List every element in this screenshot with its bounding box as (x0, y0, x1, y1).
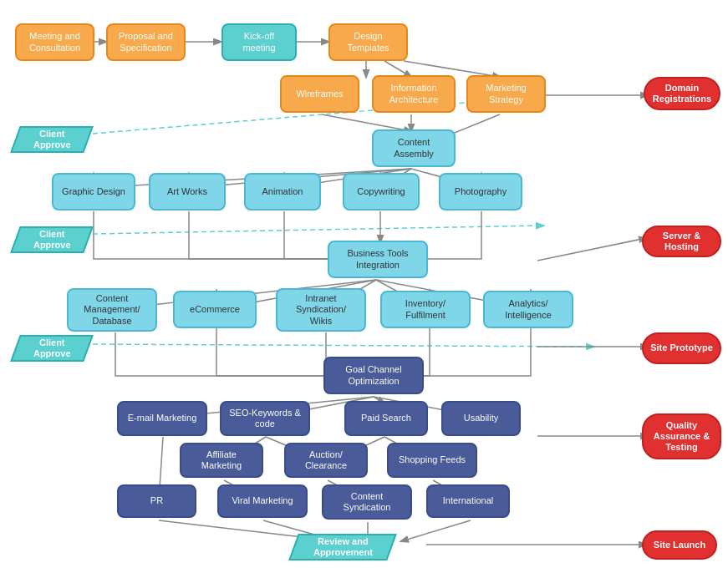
viral-marketing-node: Viral Marketing (217, 484, 308, 518)
inventory-node: Inventory/Fulfilment (380, 291, 471, 328)
analytics-node: Analytics/Intelligence (483, 291, 573, 328)
goal-channel-node: Goal ChannelOptimization (323, 357, 424, 394)
usability-node: Usability (441, 401, 521, 436)
meeting-node: Meeting andConsultation (15, 23, 94, 61)
graphic-design-node: Graphic Design (52, 173, 135, 210)
email-marketing-node: E-mail Marketing (117, 401, 207, 436)
paid-search-node: Paid Search (344, 401, 428, 436)
shopping-feeds-node: Shopping Feeds (387, 443, 477, 478)
review-node: Review andApprovement (288, 530, 397, 564)
content-assembly-node: ContentAssembly (372, 129, 456, 167)
kickoff-node: Kick-offmeeting (221, 23, 297, 61)
client-approve-1: ClientApprove (10, 123, 94, 156)
intranet-node: IntranetSyndication/Wikis (276, 288, 366, 332)
diagram: Meeting andConsultation Proposal andSpec… (0, 0, 728, 568)
wireframes-node: Wireframes (280, 75, 359, 113)
content-syndication-node: ContentSyndication (322, 484, 412, 520)
marketing-strat-node: MarketingStrategy (466, 75, 546, 113)
site-launch-node: Site Launch (642, 530, 717, 560)
international-node: International (426, 484, 510, 518)
info-arch-node: InformationArchitecture (372, 75, 456, 113)
copywriting-node: Copywriting (343, 173, 420, 210)
server-hosting-node: Server & Hosting (642, 226, 721, 257)
proposal-node: Proposal andSpecification (106, 23, 186, 61)
design-templates-node: DesignTemplates (328, 23, 408, 61)
site-prototype-node: Site Prototype (642, 332, 721, 364)
connectors-svg (0, 0, 728, 568)
photography-node: Photography (439, 173, 522, 210)
ecommerce-node: eCommerce (173, 291, 257, 328)
animation-node: Animation (244, 173, 321, 210)
art-works-node: Art Works (149, 173, 226, 210)
svg-line-6 (537, 238, 646, 261)
pr-node: PR (117, 484, 196, 518)
client-approve-3: ClientApprove (10, 332, 94, 365)
client-approve-2: ClientApprove (10, 223, 94, 256)
domain-reg-node: DomainRegistrations (644, 77, 720, 110)
auction-node: Auction/Clearance (284, 443, 368, 478)
seo-node: SEO-Keywords &code (220, 401, 310, 436)
qa-testing-node: QualityAssurance &Testing (642, 413, 721, 459)
cms-node: ContentManagement/Database (67, 288, 157, 332)
affiliate-node: AffiliateMarketing (180, 443, 263, 478)
biz-tools-node: Business ToolsIntegration (328, 241, 428, 278)
